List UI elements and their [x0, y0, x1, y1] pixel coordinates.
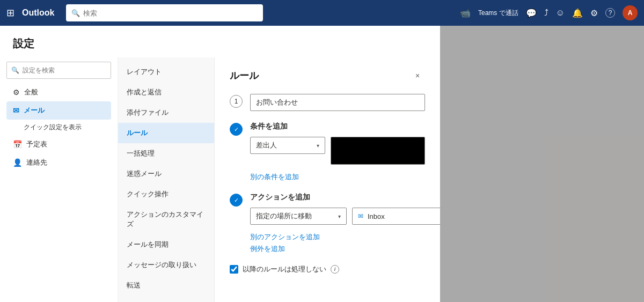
inbox-select[interactable]: ✉ Inbox ▾ [352, 208, 440, 225]
step3-number: ✓ [230, 194, 243, 207]
settings-search-icon: 🔍 [11, 67, 19, 74]
info-icon[interactable]: i [331, 265, 339, 274]
teams-call-button[interactable]: Teams で通話 [478, 9, 518, 18]
app-logo: Outlook [22, 8, 54, 18]
menu-customize[interactable]: アクションのカスタマイズ [118, 204, 214, 234]
share-icon[interactable]: ⤴ [544, 8, 548, 18]
settings-nav-quick[interactable]: クイック設定を表示 [6, 120, 111, 135]
info-icon-text: i [334, 267, 336, 272]
menu-forwarding[interactable]: 転送 [118, 275, 214, 296]
action-row: 指定の場所に移動 ▾ ✉ Inbox ▾ [250, 208, 440, 225]
settings-search-input[interactable] [23, 67, 106, 74]
settings-search-box[interactable]: 🔍 [6, 62, 111, 79]
settings-body: 🔍 ⚙ 全般 ✉ メール クイック設定を表示 📅 予定表 [0, 57, 440, 302]
contacts-nav-icon: 👤 [13, 158, 22, 167]
condition-row: 差出人 ▾ [250, 137, 425, 165]
top-nav: ⊞ Outlook 🔍 📹 Teams で通話 💬 ⤴ ☺ 🔔 ⚙ ? A [0, 0, 644, 26]
gear-icon[interactable]: ⚙ [590, 8, 598, 18]
menu-autoreply[interactable]: 自動応答 [118, 296, 214, 302]
menu-compose[interactable]: 作成と返信 [118, 82, 214, 102]
bell-icon[interactable]: 🔔 [572, 8, 583, 18]
general-label: 全般 [24, 87, 38, 97]
step2-number: ✓ [230, 123, 243, 136]
settings-nav-contacts[interactable]: 👤 連絡先 [6, 153, 111, 172]
action-type-select[interactable]: 指定の場所に移動 ▾ [250, 208, 347, 225]
condition-type-label: 差出人 [256, 141, 277, 150]
content-title: ルール [230, 69, 259, 82]
settings-left-nav: 🔍 ⚙ 全般 ✉ メール クイック設定を表示 📅 予定表 [0, 57, 118, 302]
menu-attachment[interactable]: 添付ファイル [118, 102, 214, 123]
menu-sweep[interactable]: 一括処理 [118, 143, 214, 164]
action-type-label: 指定の場所に移動 [256, 211, 312, 221]
rule-step3: ✓ アクションを追加 指定の場所に移動 ▾ ✉ [230, 193, 425, 254]
chat-icon[interactable]: 💬 [526, 8, 537, 18]
action-chevron-icon: ▾ [338, 213, 341, 219]
condition-value-input[interactable] [331, 137, 425, 165]
general-icon: ⚙ [13, 88, 20, 97]
inbox-mail-icon: ✉ [358, 212, 363, 220]
teams-label: Teams で通話 [478, 9, 518, 18]
settings-nav-mail[interactable]: ✉ メール [6, 101, 111, 120]
settings-content: ルール × 1 ✓ [215, 57, 440, 302]
nav-actions: 📹 Teams で通話 💬 ⤴ ☺ 🔔 ⚙ ? A [460, 5, 638, 20]
contacts-label: 連絡先 [26, 158, 47, 167]
settings-nav-calendar[interactable]: 📅 予定表 [6, 135, 111, 153]
step2-check-icon: ✓ [234, 126, 239, 133]
settings-nav-general[interactable]: ⚙ 全般 [6, 83, 111, 101]
grid-icon[interactable]: ⊞ [6, 7, 14, 19]
settings-panel: 設定 🔍 ⚙ 全般 ✉ メール ク [0, 26, 440, 302]
mail-nav-icon: ✉ [13, 106, 19, 115]
calendar-label: 予定表 [26, 139, 47, 149]
menu-junk[interactable]: 迷惑メール [118, 164, 214, 184]
step2-content: 条件を追加 差出人 ▾ 別の条件を追加 [250, 122, 425, 182]
calendar-nav-icon: 📅 [13, 140, 22, 149]
step1-content [250, 94, 425, 111]
search-icon: 🔍 [71, 9, 80, 17]
main-area: ✉ 📅 👥 📎 ⊞ ☁ 設定 🔍 ⚙ 全般 [0, 26, 644, 302]
settings-title: 設定 [13, 38, 34, 49]
no-more-rules-row: 以降のルールは処理しない i [230, 264, 425, 274]
condition-type-select[interactable]: 差出人 ▾ [250, 137, 325, 154]
add-action-link[interactable]: 別のアクションを追加 [250, 232, 320, 242]
settings-menu: レイアウト 作成と返信 添付ファイル ルール 一括処理 迷惑メール クイック操作… [118, 57, 215, 302]
add-exception-link[interactable]: 例外を追加 [250, 244, 285, 254]
action-label: アクションを追加 [250, 193, 440, 202]
menu-quick[interactable]: クイック操作 [118, 184, 214, 204]
menu-rules[interactable]: ルール [118, 123, 214, 143]
user-avatar[interactable]: A [623, 5, 638, 20]
search-bar[interactable]: 🔍 [66, 4, 263, 21]
rule-name-input[interactable] [250, 94, 425, 111]
video-icon[interactable]: 📹 [460, 8, 471, 18]
inbox-label: Inbox [368, 212, 385, 220]
no-more-rules-checkbox[interactable] [230, 265, 238, 274]
help-icon[interactable]: ? [605, 8, 615, 18]
add-condition-link[interactable]: 別の条件を追加 [250, 172, 299, 182]
settings-overlay: 設定 🔍 ⚙ 全般 ✉ メール ク [0, 26, 644, 302]
no-more-rules-label: 以降のルールは処理しない [243, 264, 326, 274]
condition-label: 条件を追加 [250, 122, 425, 131]
menu-handling[interactable]: メッセージの取り扱い [118, 255, 214, 275]
menu-sync[interactable]: メールを同期 [118, 234, 214, 255]
rule-step1: 1 [230, 94, 425, 111]
rule-step2: ✓ 条件を追加 差出人 ▾ 別の条件を追加 [230, 122, 425, 182]
content-header: ルール × [230, 68, 425, 83]
settings-header: 設定 [0, 26, 440, 57]
chevron-down-icon: ▾ [317, 143, 319, 149]
menu-layout[interactable]: レイアウト [118, 62, 214, 82]
step3-check-icon: ✓ [234, 197, 239, 204]
mail-label: メール [24, 106, 45, 115]
feedback-icon[interactable]: ☺ [556, 8, 565, 18]
search-input[interactable] [83, 9, 258, 17]
close-button[interactable]: × [410, 68, 425, 83]
step1-number: 1 [230, 95, 243, 108]
step3-content: アクションを追加 指定の場所に移動 ▾ ✉ Inbox [250, 193, 440, 254]
